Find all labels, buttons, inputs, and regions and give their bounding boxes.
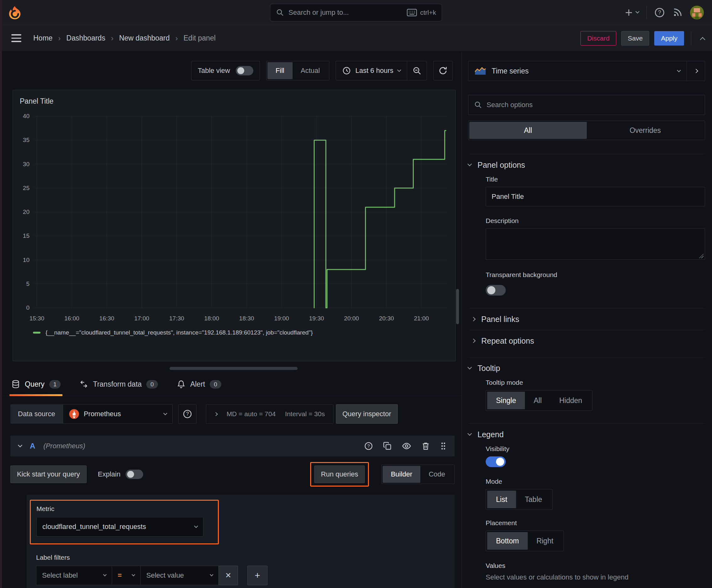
collapse-icon[interactable] [18, 443, 22, 447]
user-avatar[interactable] [690, 6, 704, 19]
legend-placement-right[interactable]: Right [528, 532, 562, 550]
save-button[interactable]: Save [621, 31, 649, 45]
news-feed-icon[interactable] [672, 7, 683, 18]
datasource-help-icon[interactable]: ? [178, 404, 196, 424]
tooltip-header[interactable]: Tooltip [468, 357, 705, 379]
panel-links-header[interactable]: Panel links [468, 309, 705, 330]
svg-text:19:00: 19:00 [274, 315, 289, 322]
breadcrumb-dashboards[interactable]: Dashboards [66, 34, 105, 42]
visualization-picker[interactable]: Time series [468, 61, 687, 81]
tooltip-mode-hidden[interactable]: Hidden [551, 392, 591, 409]
kick-start-button[interactable]: Kick start your query [10, 465, 87, 483]
viz-suggestions-button[interactable] [687, 61, 705, 81]
legend-mode-list[interactable]: List [487, 491, 516, 508]
series-label[interactable]: {__name__="cloudflared_tunnel_total_requ… [45, 329, 313, 336]
fill-actual-segment: Fill Actual [266, 61, 329, 80]
panel-options-header[interactable]: Panel options [468, 154, 705, 175]
drag-handle-icon[interactable] [440, 441, 447, 451]
tooltip-mode-all[interactable]: All [525, 392, 551, 409]
table-view-label: Table view [198, 67, 230, 75]
select-label-dropdown[interactable]: Select label [36, 566, 112, 585]
delete-query-icon[interactable] [421, 442, 430, 450]
svg-text:5: 5 [26, 280, 29, 287]
breadcrumb-home[interactable]: Home [33, 34, 52, 42]
apply-button[interactable]: Apply [654, 31, 684, 45]
transparent-background-toggle[interactable] [486, 285, 506, 296]
run-queries-button[interactable]: Run queries [314, 465, 365, 483]
description-textarea[interactable] [486, 228, 705, 260]
svg-text:?: ? [186, 411, 189, 417]
query-row-header[interactable]: A (Prometheus) ? [10, 436, 455, 456]
time-range-label: Last 6 hours [355, 67, 393, 75]
add-button[interactable] [624, 8, 639, 17]
tab-transform-data[interactable]: Transform data 0 [78, 373, 160, 396]
hide-query-icon[interactable] [402, 441, 411, 451]
metric-select[interactable]: cloudflared_tunnel_total_requests [37, 517, 203, 537]
menu-icon[interactable] [11, 34, 21, 42]
refresh-icon[interactable] [434, 66, 452, 76]
zoom-out-icon[interactable] [407, 66, 427, 76]
help-icon[interactable]: ? [654, 7, 665, 18]
code-option[interactable]: Code [420, 466, 453, 483]
operator-dropdown[interactable]: = [112, 566, 141, 585]
discard-button[interactable]: Discard [580, 31, 616, 45]
svg-text:0: 0 [26, 304, 29, 311]
svg-text:17:00: 17:00 [134, 315, 149, 322]
keyboard-icon [407, 9, 417, 16]
breadcrumb-edit-panel: Edit panel [184, 34, 216, 42]
time-series-viz-icon [475, 67, 486, 75]
edit-pane: Table view Fill Actual Last 6 hours [0, 51, 461, 588]
scrollbar-thumb[interactable] [456, 289, 459, 324]
tab-alert[interactable]: Alert 0 [175, 373, 223, 396]
svg-text:17:30: 17:30 [169, 315, 184, 322]
datasource-label: Data source [10, 404, 63, 424]
remove-filter-icon[interactable]: ✕ [218, 566, 238, 585]
search-placeholder: Search or jump to... [288, 8, 403, 17]
datasource-row: Data source Prometheus ? MD = auto = 704… [10, 404, 455, 424]
grafana-logo-icon[interactable] [8, 6, 21, 19]
search-options-input[interactable]: Search options [468, 95, 705, 115]
select-value-dropdown[interactable]: Select value [140, 566, 219, 585]
legend-mode-table[interactable]: Table [516, 491, 551, 508]
actual-option[interactable]: Actual [293, 62, 328, 79]
editor-tabs: Query 1 Transform data 0 Alert 0 [0, 373, 461, 396]
pane-resize-handle[interactable] [170, 367, 298, 370]
legend-placement-bottom[interactable]: Bottom [487, 532, 528, 550]
global-search-input[interactable]: Search or jump to... ctrl+k [270, 4, 442, 21]
chevron-right-icon[interactable] [214, 412, 218, 416]
duplicate-query-icon[interactable] [383, 442, 392, 450]
metric-label: Metric [37, 505, 211, 512]
time-range-picker[interactable]: Last 6 hours [336, 66, 407, 75]
add-filter-icon[interactable]: + [247, 566, 267, 585]
clock-icon [342, 66, 351, 75]
tab-overrides[interactable]: Overrides [587, 122, 704, 139]
legend-header[interactable]: Legend [468, 424, 705, 445]
table-view-toggle[interactable] [236, 66, 253, 76]
svg-text:40: 40 [23, 113, 29, 119]
chevron-up-icon[interactable] [700, 37, 706, 42]
legend-visibility-toggle[interactable] [486, 456, 506, 467]
chevron-down-icon [194, 524, 198, 528]
breadcrumb-new-dashboard[interactable]: New dashboard [119, 34, 170, 42]
chevron-down-icon [397, 68, 401, 72]
operator-value: = [118, 571, 122, 580]
query-help-icon[interactable]: ? [364, 442, 373, 450]
query-inspector-button[interactable]: Query inspector [336, 404, 398, 424]
chevron-right-icon: › [111, 34, 113, 43]
panel-title-input[interactable] [486, 187, 705, 206]
tab-query[interactable]: Query 1 [9, 373, 63, 396]
explain-toggle[interactable] [126, 469, 143, 479]
builder-option[interactable]: Builder [383, 466, 420, 483]
datasource-picker[interactable]: Prometheus [63, 404, 173, 424]
chevron-down-icon [103, 573, 106, 576]
tab-all[interactable]: All [469, 122, 587, 139]
repeat-options-header[interactable]: Repeat options [468, 330, 705, 352]
chevron-right-icon [471, 317, 476, 321]
plus-icon [624, 8, 633, 17]
tooltip-mode-single[interactable]: Single [487, 392, 525, 409]
query-builder-card: Metric cloudflared_tunnel_total_requests… [27, 495, 455, 588]
svg-text:?: ? [658, 9, 661, 15]
svg-text:25: 25 [23, 185, 29, 191]
time-series-chart[interactable]: 051015202530354015:3016:0016:3017:0017:3… [13, 108, 455, 328]
fill-option[interactable]: Fill [267, 62, 293, 79]
